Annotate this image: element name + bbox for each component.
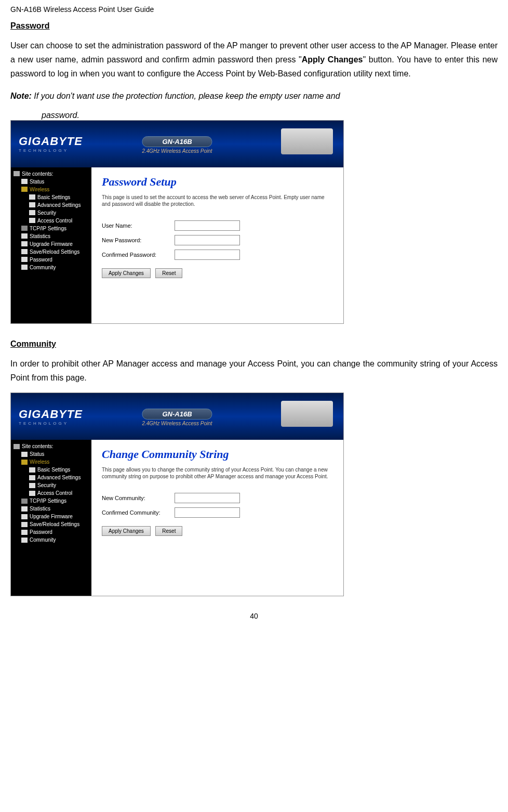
device-desc: 2.4GHz Wireless Access Point bbox=[142, 421, 212, 426]
sidebar-item-security[interactable]: Security bbox=[11, 481, 91, 489]
screenshot-password: GIGABYTE TECHNOLOGY GN-A16B 2.4GHz Wirel… bbox=[10, 120, 344, 324]
folder-icon bbox=[21, 226, 28, 231]
screenshot-body: Site contents: Status Wireless Basic Set… bbox=[11, 440, 343, 596]
sidebar-item-community[interactable]: Community bbox=[11, 264, 91, 271]
sidebar-label: Security bbox=[37, 210, 56, 216]
apply-button[interactable]: Apply Changes bbox=[102, 268, 151, 278]
device-badge: GN-A16B 2.4GHz Wireless Access Point bbox=[142, 136, 212, 154]
page-icon bbox=[21, 522, 28, 527]
sidebar-item-access[interactable]: Access Control bbox=[11, 217, 91, 225]
newcomm-label: New Community: bbox=[102, 495, 175, 501]
sidebar-item-tcpip[interactable]: TCP/IP Settings bbox=[11, 497, 91, 505]
page-icon bbox=[29, 194, 35, 200]
confirmcomm-label: Confirmed Community: bbox=[102, 509, 175, 516]
folder-open-icon bbox=[21, 460, 28, 465]
page-icon bbox=[29, 218, 35, 223]
page-icon bbox=[29, 467, 35, 473]
sidebar-label: Advanced Settings bbox=[37, 475, 81, 480]
root-icon bbox=[14, 171, 20, 176]
screenshot-community: GIGABYTE TECHNOLOGY GN-A16B 2.4GHz Wirel… bbox=[10, 392, 344, 596]
sidebar-item-advanced[interactable]: Advanced Settings bbox=[11, 201, 91, 209]
community-body: In order to prohibit other AP Manager ac… bbox=[10, 357, 498, 385]
page-icon bbox=[21, 249, 28, 254]
sidebar-item-password[interactable]: Password bbox=[11, 528, 91, 536]
note-body: If you don't want use the protection fun… bbox=[34, 91, 340, 100]
sidebar-item-security[interactable]: Security bbox=[11, 209, 91, 217]
sidebar-item-stats[interactable]: Statistics bbox=[11, 232, 91, 240]
sidebar-label: Security bbox=[37, 482, 56, 488]
sidebar-item-upgrade[interactable]: Upgrade Firmware bbox=[11, 513, 91, 520]
form-row-confirmcomm: Confirmed Community: bbox=[102, 507, 333, 518]
newcomm-input[interactable] bbox=[175, 493, 240, 503]
confirm-input[interactable] bbox=[175, 250, 240, 260]
sidebar-item-password[interactable]: Password bbox=[11, 256, 91, 264]
reset-button[interactable]: Reset bbox=[155, 526, 182, 536]
brand-logo: GIGABYTE bbox=[19, 135, 83, 148]
page-icon bbox=[21, 233, 28, 239]
page-icon bbox=[29, 483, 35, 488]
sidebar-label: Access Control bbox=[37, 218, 72, 224]
page-icon bbox=[29, 210, 35, 215]
doc-header: GN-A16B Wireless Access Point User Guide bbox=[10, 5, 498, 14]
sidebar-label: Upgrade Firmware bbox=[30, 241, 73, 247]
sidebar-item-access[interactable]: Access Control bbox=[11, 489, 91, 497]
sidebar-label: Access Control bbox=[37, 490, 72, 496]
pane-title: Change Community String bbox=[102, 448, 333, 461]
page-icon bbox=[21, 257, 28, 262]
sidebar-item-wireless[interactable]: Wireless bbox=[11, 458, 91, 466]
confirmcomm-input[interactable] bbox=[175, 507, 240, 518]
sidebar-root[interactable]: Site contents: bbox=[11, 442, 91, 450]
newpass-label: New Password: bbox=[102, 237, 175, 243]
page-icon bbox=[29, 202, 35, 207]
sidebar-item-upgrade[interactable]: Upgrade Firmware bbox=[11, 240, 91, 248]
sidebar-label: Status bbox=[30, 451, 44, 457]
pane-title: Password Setup bbox=[102, 175, 333, 189]
apply-button[interactable]: Apply Changes bbox=[102, 526, 151, 536]
sidebar-label: Basic Settings bbox=[37, 467, 70, 473]
sidebar-root-label: Site contents: bbox=[22, 443, 54, 449]
sidebar-item-community[interactable]: Community bbox=[11, 536, 91, 544]
sidebar-item-save[interactable]: Save/Reload Settings bbox=[11, 520, 91, 528]
brand-logo: GIGABYTE bbox=[19, 408, 83, 421]
sidebar-item-status[interactable]: Status bbox=[11, 178, 91, 186]
sidebar-item-tcpip[interactable]: TCP/IP Settings bbox=[11, 225, 91, 232]
sidebar-item-stats[interactable]: Statistics bbox=[11, 505, 91, 513]
sidebar-label: Wireless bbox=[30, 187, 49, 192]
sidebar-label: TCP/IP Settings bbox=[30, 498, 66, 504]
sidebar-item-status[interactable]: Status bbox=[11, 450, 91, 458]
sidebar-item-advanced[interactable]: Advanced Settings bbox=[11, 474, 91, 481]
sidebar-label: Community bbox=[30, 537, 56, 543]
sidebar-label: Save/Reload Settings bbox=[30, 521, 79, 527]
page-icon bbox=[21, 506, 28, 512]
sidebar-item-wireless[interactable]: Wireless bbox=[11, 186, 91, 193]
button-row: Apply Changes Reset bbox=[102, 268, 333, 278]
content-pane: Change Community String This page allows… bbox=[91, 440, 343, 596]
note-indent: password. bbox=[42, 111, 498, 120]
device-image bbox=[281, 128, 333, 154]
sidebar: Site contents: Status Wireless Basic Set… bbox=[11, 167, 91, 323]
sidebar-root[interactable]: Site contents: bbox=[11, 170, 91, 178]
note-label: Note: bbox=[10, 91, 32, 100]
form-row-newpass: New Password: bbox=[102, 235, 333, 245]
sidebar-label: Password bbox=[30, 529, 52, 535]
sidebar-label: Password bbox=[30, 257, 52, 263]
brand-block: GIGABYTE TECHNOLOGY bbox=[19, 135, 83, 153]
device-model: GN-A16B bbox=[142, 136, 212, 147]
sidebar-label: Basic Settings bbox=[37, 194, 70, 200]
sidebar-root-label: Site contents: bbox=[22, 171, 54, 177]
form-row-newcomm: New Community: bbox=[102, 493, 333, 503]
reset-button[interactable]: Reset bbox=[155, 268, 182, 278]
page-number: 40 bbox=[10, 612, 498, 620]
sidebar-item-basic[interactable]: Basic Settings bbox=[11, 466, 91, 474]
brand-sub: TECHNOLOGY bbox=[19, 421, 83, 426]
sidebar-label: Statistics bbox=[30, 233, 50, 239]
button-row: Apply Changes Reset bbox=[102, 526, 333, 536]
sidebar-item-basic[interactable]: Basic Settings bbox=[11, 193, 91, 201]
sidebar: Site contents: Status Wireless Basic Set… bbox=[11, 440, 91, 596]
username-input[interactable] bbox=[175, 220, 240, 231]
sidebar-item-save[interactable]: Save/Reload Settings bbox=[11, 248, 91, 256]
sidebar-label: Upgrade Firmware bbox=[30, 514, 73, 519]
page-icon bbox=[21, 241, 28, 246]
newpass-input[interactable] bbox=[175, 235, 240, 245]
sidebar-label: Save/Reload Settings bbox=[30, 249, 79, 255]
